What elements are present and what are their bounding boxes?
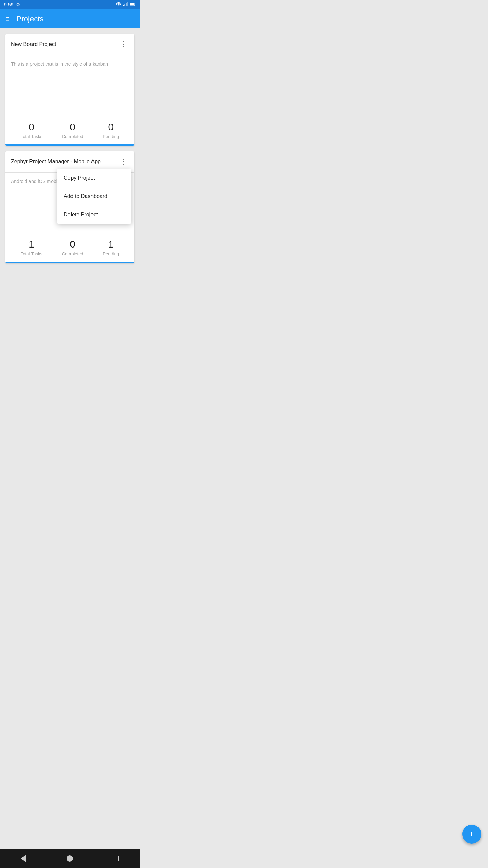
completed-number-1: 0 <box>70 122 75 133</box>
battery-icon <box>130 2 136 8</box>
app-bar: ≡ Projects <box>0 9 140 28</box>
completed-label-1: Completed <box>62 134 83 139</box>
svg-rect-4 <box>127 2 128 6</box>
svg-rect-7 <box>135 4 135 5</box>
svg-rect-2 <box>125 4 126 7</box>
context-menu: Copy Project Add to Dashboard Delete Pro… <box>57 169 131 224</box>
pending-stat-2: 1 Pending <box>103 239 119 256</box>
more-options-icon-2[interactable]: ⋮ <box>119 157 129 167</box>
status-time: 9:59 <box>4 2 13 7</box>
project-description-1: This is a project that is in the style o… <box>11 61 108 67</box>
main-content: New Board Project ⋮ This is a project th… <box>0 28 140 269</box>
pending-label-1: Pending <box>103 134 119 139</box>
project-description-2: Android and iOS mobi <box>11 179 57 184</box>
total-tasks-number-2: 1 <box>29 239 34 250</box>
completed-stat-1: 0 Completed <box>62 122 83 139</box>
card-bottom-bar-2 <box>5 262 134 263</box>
wifi-icon <box>116 2 121 8</box>
gear-icon: ⚙ <box>16 2 20 7</box>
status-bar-right <box>116 2 136 8</box>
svg-rect-6 <box>130 3 134 5</box>
copy-project-item[interactable]: Copy Project <box>57 169 131 187</box>
total-tasks-stat-2: 1 Total Tasks <box>21 239 42 256</box>
pending-stat-1: 0 Pending <box>103 122 119 139</box>
project-title-1: New Board Project <box>11 41 56 47</box>
pending-number-1: 0 <box>108 122 114 133</box>
project-title-2: Zephyr Project Manager - Mobile App <box>11 159 101 165</box>
svg-rect-1 <box>123 5 124 6</box>
menu-icon[interactable]: ≡ <box>5 15 10 23</box>
svg-rect-3 <box>126 3 127 6</box>
completed-number-2: 0 <box>70 239 75 250</box>
app-title: Projects <box>17 15 43 23</box>
card-bottom-bar-1 <box>5 144 134 146</box>
card-stats-1: 0 Total Tasks 0 Completed 0 Pending <box>5 116 134 144</box>
total-tasks-label-2: Total Tasks <box>21 251 42 256</box>
delete-project-item[interactable]: Delete Project <box>57 205 131 224</box>
status-bar-left: 9:59 ⚙ <box>4 2 20 7</box>
total-tasks-number-1: 0 <box>29 122 34 133</box>
card-stats-2: 1 Total Tasks 0 Completed 1 Pending <box>5 234 134 262</box>
pending-number-2: 1 <box>108 239 114 250</box>
pending-label-2: Pending <box>103 251 119 256</box>
project-card-2: Zephyr Project Manager - Mobile App ⋮ Co… <box>5 151 134 263</box>
signal-icon <box>123 2 128 8</box>
completed-label-2: Completed <box>62 251 83 256</box>
card-body-1: This is a project that is in the style o… <box>5 55 134 116</box>
project-card-1: New Board Project ⋮ This is a project th… <box>5 34 134 146</box>
card-header-1: New Board Project ⋮ <box>5 34 134 55</box>
more-options-icon-1[interactable]: ⋮ <box>119 39 129 50</box>
completed-stat-2: 0 Completed <box>62 239 83 256</box>
status-bar: 9:59 ⚙ <box>0 0 140 9</box>
total-tasks-label-1: Total Tasks <box>21 134 42 139</box>
total-tasks-stat-1: 0 Total Tasks <box>21 122 42 139</box>
svg-point-0 <box>118 6 119 7</box>
add-to-dashboard-item[interactable]: Add to Dashboard <box>57 187 131 205</box>
